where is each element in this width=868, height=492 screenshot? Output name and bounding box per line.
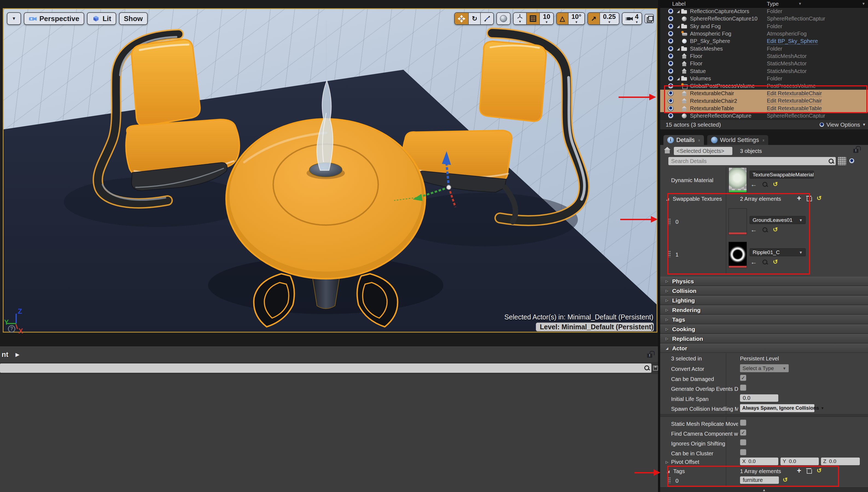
- can-be-damaged-checkbox[interactable]: ✓: [740, 375, 746, 381]
- grid-icon: [530, 15, 536, 22]
- generate-overlap-checkbox[interactable]: [740, 385, 746, 391]
- asset-search-input[interactable]: [0, 364, 651, 373]
- edit-blueprint-link[interactable]: Edit BP_Sky_Sphere: [767, 38, 818, 45]
- perspective-button[interactable]: Perspective: [24, 12, 84, 25]
- outliner-row-volumes[interactable]: ◢VolumesFolder: [660, 75, 868, 82]
- close-icon[interactable]: x: [698, 138, 700, 142]
- lock-icon[interactable]: [647, 351, 653, 358]
- selected-objects-field[interactable]: <Selected Objects>: [674, 147, 733, 155]
- material-thumbnail[interactable]: [728, 167, 747, 193]
- scale-snap-value[interactable]: 0.25▼: [599, 13, 619, 24]
- outliner-row-floor1[interactable]: FloorStaticMeshActor: [660, 52, 868, 60]
- grid-snap-toggle[interactable]: [526, 13, 539, 24]
- rotate-tool-button[interactable]: ↻: [468, 13, 480, 24]
- category-physics[interactable]: ▷Physics: [660, 277, 868, 286]
- content-browser-asset-area[interactable]: [0, 374, 658, 492]
- expander-icon[interactable]: ▷: [666, 460, 668, 464]
- move-tool-button[interactable]: [455, 13, 468, 24]
- viewport-options-button[interactable]: ▼: [7, 12, 21, 25]
- visibility-eye-icon[interactable]: [668, 16, 674, 22]
- level-viewport[interactable]: ▼ Perspective Lit Show ↻: [3, 8, 658, 333]
- outliner-row-floor2[interactable]: FloorStaticMeshActor: [660, 60, 868, 67]
- show-flags-button[interactable]: Show: [119, 12, 148, 25]
- category-rendering[interactable]: ▷Rendering: [660, 305, 868, 315]
- category-tags[interactable]: ▷Tags: [660, 315, 868, 324]
- category-replication[interactable]: ▷Replication: [660, 334, 868, 343]
- reset-icon[interactable]: ↺: [773, 181, 778, 187]
- details-scroll-footer[interactable]: ▲: [660, 487, 868, 492]
- initial-life-span-input[interactable]: 0.0: [740, 394, 778, 402]
- details-search-input[interactable]: [668, 157, 836, 165]
- outliner-row-skyandfog[interactable]: ◢Sky and FogFolder: [660, 23, 868, 30]
- category-collision[interactable]: ▷Collision: [660, 286, 868, 295]
- visibility-eye-icon[interactable]: [668, 24, 674, 29]
- expander-icon[interactable]: ◢: [677, 9, 681, 14]
- can-be-in-cluster-checkbox[interactable]: [740, 449, 746, 456]
- breadcrumb[interactable]: nt: [2, 350, 8, 359]
- pivot-z-input[interactable]: Z0.0: [821, 458, 860, 465]
- static-mesh-replicate-checkbox[interactable]: [740, 420, 746, 426]
- scale-tool-button[interactable]: [480, 13, 493, 24]
- camera-speed-button[interactable]: 4▼: [622, 13, 642, 24]
- visibility-eye-icon[interactable]: [668, 68, 674, 74]
- display-filter-eye-button[interactable]: [849, 158, 854, 164]
- reset-icon[interactable]: ↺: [817, 195, 821, 201]
- details-lock-icon[interactable]: [853, 146, 859, 153]
- use-selected-arrow-icon[interactable]: ←: [750, 181, 757, 188]
- convert-actor-dropdown[interactable]: Select a Type▼: [740, 364, 789, 372]
- find-camera-checkbox[interactable]: ✓: [740, 429, 746, 436]
- expander-icon[interactable]: ◢: [677, 47, 681, 51]
- sort-arrow-icon[interactable]: ▼: [798, 2, 802, 6]
- panel-menu-icon[interactable]: ▼: [862, 2, 865, 6]
- view-options-button[interactable]: View Options ▼: [819, 121, 866, 128]
- category-lighting[interactable]: ▷Lighting: [660, 296, 868, 305]
- category-actor[interactable]: ◢Actor: [660, 344, 868, 353]
- scale-icon: [484, 15, 490, 22]
- visibility-eye-icon[interactable]: [668, 113, 674, 119]
- outliner-row-reflectioncaptureactors[interactable]: ◢ReflectionCaptureActorsFolder: [660, 8, 868, 15]
- maximize-viewport-button[interactable]: [645, 14, 654, 23]
- outliner-column-type[interactable]: Type: [767, 1, 778, 7]
- outliner-row-atmosphericfog[interactable]: Atmospheric FogAtmosphericFog: [660, 30, 868, 38]
- visibility-eye-icon[interactable]: [668, 61, 674, 67]
- lit-mode-button[interactable]: Lit: [87, 12, 116, 25]
- rotation-snap-value[interactable]: 10°▼: [568, 13, 585, 24]
- visibility-eye-icon[interactable]: [668, 76, 674, 81]
- outliner-row-bpskysphere[interactable]: BP_Sky_SphereEdit BP_Sky_Sphere: [660, 38, 868, 45]
- chevron-down-icon: ▼: [635, 21, 638, 24]
- pivot-x-input[interactable]: X0.0: [740, 458, 778, 465]
- close-icon[interactable]: x: [763, 138, 764, 142]
- tab-world-settings[interactable]: World Settings x: [707, 135, 768, 145]
- visibility-eye-icon[interactable]: [668, 38, 674, 44]
- expander-icon[interactable]: ◢: [677, 24, 681, 28]
- help-icon[interactable]: ?: [8, 325, 15, 333]
- world-space-button[interactable]: [497, 13, 510, 24]
- transform-tools-group: ↻: [454, 12, 494, 25]
- tab-details[interactable]: i Details x: [664, 135, 704, 145]
- outliner-row-spherereflectioncapture[interactable]: SphereReflectionCaptureSphereReflectionC…: [660, 112, 868, 120]
- pivot-y-input[interactable]: Y0.0: [780, 458, 819, 465]
- dynamic-material-dropdown[interactable]: TextureSwappableMaterial▼: [750, 171, 814, 178]
- rotation-snap-toggle[interactable]: △: [557, 13, 568, 24]
- level-name-button[interactable]: Level: Minimal_Default (Persistent): [536, 322, 654, 331]
- visibility-eye-icon[interactable]: [668, 8, 674, 14]
- ignores-origin-checkbox[interactable]: [740, 439, 746, 445]
- spawn-collision-dropdown[interactable]: Always Spawn, Ignore Collisions▼: [740, 404, 814, 412]
- browse-to-asset-icon[interactable]: [762, 181, 768, 187]
- outliner-row-spherereflectioncapture10[interactable]: SphereReflectionCapture10SphereReflectio…: [660, 15, 868, 22]
- scale-snap-toggle[interactable]: ↗: [588, 13, 599, 24]
- save-all-icon[interactable]: [653, 366, 658, 371]
- outliner-row-staticmeshes[interactable]: ◢StaticMeshesFolder: [660, 45, 868, 52]
- panel-divider[interactable]: [658, 0, 660, 492]
- category-cooking[interactable]: ▷Cooking: [660, 325, 868, 334]
- expander-icon[interactable]: ◢: [677, 77, 681, 81]
- outliner-row-statue[interactable]: StatueStaticMeshActor: [660, 67, 868, 75]
- grid-snap-group: ▼ 10▼: [513, 12, 554, 25]
- outliner-column-label[interactable]: Label: [672, 1, 686, 7]
- visibility-eye-icon[interactable]: [668, 31, 674, 36]
- visibility-eye-icon[interactable]: [668, 53, 674, 59]
- surface-snap-button[interactable]: ▼: [514, 13, 526, 24]
- property-matrix-button[interactable]: [838, 157, 846, 165]
- visibility-eye-icon[interactable]: [668, 46, 674, 52]
- grid-snap-value[interactable]: 10▼: [539, 13, 553, 24]
